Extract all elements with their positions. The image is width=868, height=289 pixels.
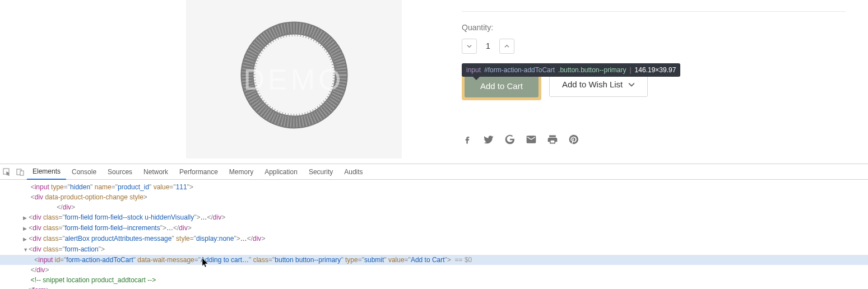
chevron-down-icon [628, 81, 635, 88]
devtools-tab-security[interactable]: Security [303, 164, 338, 180]
divider [462, 11, 846, 12]
svg-rect-5 [20, 171, 24, 175]
devtools-tab-network[interactable]: Network [138, 164, 174, 180]
element-tooltip: input#form-action-addToCart.button.butto… [462, 63, 680, 77]
tooltip-dims: 146.19×39.97 [635, 66, 676, 74]
quantity-increase[interactable] [499, 39, 514, 54]
devtools-tab-performance[interactable]: Performance [174, 164, 224, 180]
devtools-tab-audits[interactable]: Audits [338, 164, 368, 180]
quantity-decrease[interactable] [462, 39, 477, 54]
devtools-tab-console[interactable]: Console [66, 164, 102, 180]
share-icons [462, 134, 846, 145]
quantity-stepper: 1 [462, 39, 846, 54]
email-icon[interactable] [526, 134, 537, 145]
elements-source[interactable]: <input type="hidden" name="product_id" v… [0, 180, 868, 289]
quantity-label: Quantity: [462, 23, 846, 32]
code-line[interactable]: <!-- snippet location product_addtocart … [0, 275, 868, 285]
devtools-tab-sources[interactable]: Sources [102, 164, 138, 180]
code-line[interactable]: <div class="form-field form-field--incre… [0, 223, 868, 234]
tooltip-sep: | [629, 66, 631, 74]
device-toolbar-icon[interactable] [13, 168, 27, 176]
print-icon[interactable] [547, 134, 558, 145]
code-line[interactable]: <input type="hidden" name="product_id" v… [0, 182, 868, 192]
product-image: DEMO [186, 0, 402, 159]
tooltip-class: .button.button--primary [558, 66, 626, 74]
code-line[interactable]: <div data-product-option-change style> [0, 192, 868, 202]
wishlist-label: Add to Wish List [562, 80, 623, 89]
devtools-tab-memory[interactable]: Memory [224, 164, 259, 180]
product-page-area: DEMO Quantity: 1 Add to Cart Add to Wish… [0, 0, 868, 164]
code-line[interactable]: </div> [0, 265, 868, 275]
code-line[interactable]: <div class="form-field form-field--stock… [0, 212, 868, 223]
devtools-tab-application[interactable]: Application [259, 164, 303, 180]
code-line[interactable]: <div class="form-action"> [0, 244, 868, 255]
devtools-panel: ElementsConsoleSourcesNetworkPerformance… [0, 164, 868, 289]
code-line[interactable]: <div class="alertBox productAttributes-m… [0, 234, 868, 244]
chevron-up-icon [504, 44, 509, 49]
code-line[interactable]: </div> [0, 202, 868, 212]
quantity-value: 1 [481, 39, 495, 54]
inspect-element-icon[interactable] [0, 168, 13, 176]
facebook-icon[interactable] [462, 134, 473, 145]
chevron-down-icon [467, 44, 472, 49]
twitter-icon[interactable] [483, 134, 494, 145]
code-line[interactable]: </form> [0, 285, 868, 289]
pinterest-icon[interactable] [568, 134, 579, 145]
code-line[interactable]: <input id="form-action-addToCart" data-w… [0, 255, 868, 265]
tooltip-id: #form-action-addToCart [484, 66, 555, 74]
demo-watermark: DEMO [244, 63, 345, 96]
devtools-tabs: ElementsConsoleSourcesNetworkPerformance… [0, 164, 868, 180]
devtools-tab-elements[interactable]: Elements [27, 164, 66, 180]
tooltip-tag: input [466, 66, 481, 74]
google-icon[interactable] [504, 134, 516, 145]
